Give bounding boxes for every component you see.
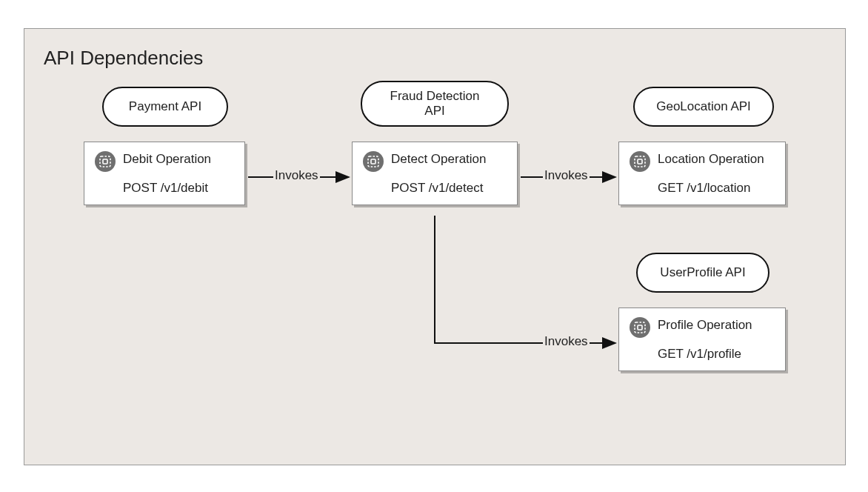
op-profile-title: Profile Operation — [658, 317, 752, 333]
op-debit-path: POST /v1/debit — [123, 181, 234, 196]
svg-point-0 — [95, 151, 116, 172]
api-geo: GeoLocation API — [633, 87, 774, 127]
api-payment-label: Payment API — [129, 99, 201, 114]
op-debit-title: Debit Operation — [123, 151, 211, 167]
operation-icon — [630, 151, 650, 172]
op-profile-path: GET /v1/profile — [658, 347, 775, 362]
api-geo-label: GeoLocation API — [656, 99, 751, 114]
operation-icon — [363, 151, 384, 172]
op-location-card: Location Operation GET /v1/location — [618, 142, 786, 205]
edge-label-invokes-3: Invokes — [543, 334, 590, 349]
op-detect-path: POST /v1/detect — [391, 181, 507, 196]
op-location-path: GET /v1/location — [658, 181, 775, 196]
api-payment: Payment API — [102, 87, 228, 127]
api-fraud: Fraud Detection API — [361, 81, 509, 127]
op-debit-card: Debit Operation POST /v1/debit — [84, 142, 245, 205]
api-fraud-label: Fraud Detection API — [380, 89, 490, 119]
diagram-frame: API Dependencies Payment API Fraud Detec… — [24, 28, 846, 465]
op-location-title: Location Operation — [658, 151, 764, 167]
edge-label-invokes-1: Invokes — [273, 168, 320, 183]
op-profile-card: Profile Operation GET /v1/profile — [618, 308, 786, 371]
diagram-title: API Dependencies — [44, 47, 203, 70]
svg-point-9 — [630, 317, 650, 338]
api-user-label: UserProfile API — [660, 265, 745, 280]
operation-icon — [95, 151, 116, 172]
api-user: UserProfile API — [636, 253, 769, 293]
edge-label-invokes-2: Invokes — [543, 168, 590, 183]
operation-icon — [630, 317, 650, 338]
svg-point-6 — [630, 151, 650, 172]
svg-point-3 — [363, 151, 384, 172]
op-detect-title: Detect Operation — [391, 151, 487, 167]
op-detect-card: Detect Operation POST /v1/detect — [352, 142, 518, 205]
